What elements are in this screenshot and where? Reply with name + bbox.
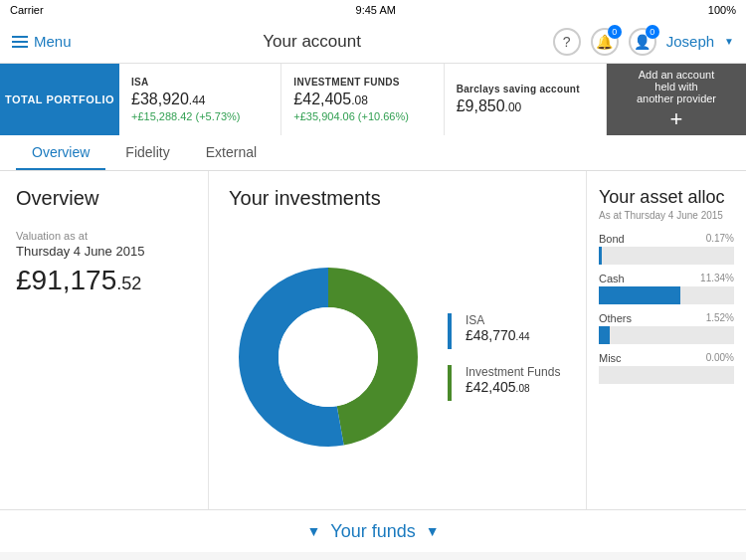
- portfolio-item-isa[interactable]: ISA £38,920.44 +£15,288.42 (+5.73%): [119, 64, 281, 135]
- bond-label: Bond: [599, 233, 625, 245]
- time-label: 9:45 AM: [356, 4, 396, 16]
- tab-fidelity[interactable]: Fidelity: [109, 138, 185, 170]
- your-funds-button[interactable]: ▼ Your funds ▼: [0, 509, 746, 552]
- allocation-item-misc: Misc 0.00%: [599, 352, 734, 384]
- user-name-label[interactable]: Joseph: [666, 33, 714, 50]
- battery-label: 100%: [708, 4, 736, 16]
- allocation-date: As at Thursday 4 June 2015: [599, 210, 734, 221]
- add-account-plus-icon: +: [670, 108, 683, 130]
- overview-heading: Overview: [16, 187, 192, 210]
- investments-panel: Your investments ISA: [209, 171, 587, 509]
- investment-funds-label: INVESTMENT FUNDS: [293, 77, 431, 88]
- investment-funds-legend-bar: [448, 365, 452, 401]
- status-bar: Carrier 9:45 AM 100%: [0, 0, 746, 20]
- add-account-button[interactable]: Add an account held with another provide…: [607, 64, 746, 135]
- allocation-item-others: Others 1.52%: [599, 312, 734, 344]
- svg-point-2: [279, 307, 378, 407]
- cash-label: Cash: [599, 273, 625, 284]
- cash-pct: 11.34%: [700, 273, 734, 286]
- investments-legend: ISA £48,770.44 Investment Funds: [448, 313, 560, 401]
- header: Menu Your account ? 🔔 0 👤 0 Joseph ▼: [0, 20, 746, 64]
- add-account-line1: Add an account: [639, 69, 714, 81]
- chevron-down-icon: ▼: [724, 36, 734, 47]
- investment-funds-legend-label: Investment Funds: [466, 365, 560, 379]
- bond-bar: [599, 247, 734, 265]
- main-content: Overview Valuation as at Thursday 4 June…: [0, 171, 746, 509]
- allocation-panel: Your asset alloc As at Thursday 4 June 2…: [587, 171, 746, 509]
- legend-item-isa: ISA £48,770.44: [448, 313, 560, 349]
- portfolio-item-barclays[interactable]: Barclays saving account £9,850.00: [445, 64, 607, 135]
- cash-bar-fill: [599, 286, 680, 304]
- add-account-line2: held with: [654, 81, 697, 93]
- legend-item-investment-funds: Investment Funds £42,405.08: [448, 365, 560, 401]
- others-bar-fill: [599, 326, 610, 344]
- chevron-left-icon: ▼: [306, 523, 320, 539]
- barclays-value: £9,850.00: [457, 97, 594, 115]
- donut-chart: [229, 258, 428, 457]
- total-valuation: £91,175.52: [16, 265, 192, 296]
- isa-change: +£15,288.42 (+5.73%): [131, 110, 269, 122]
- investments-heading: Your investments: [229, 187, 566, 210]
- others-label: Others: [599, 312, 632, 324]
- isa-legend-value: £48,770.44: [466, 327, 530, 343]
- isa-legend-bar: [448, 313, 452, 349]
- tabs-bar: Overview Fidelity External: [0, 135, 746, 171]
- help-button[interactable]: ?: [553, 28, 581, 56]
- notifications-button[interactable]: 🔔 0: [591, 28, 619, 56]
- valuation-date-label: Thursday 4 June 2015: [16, 244, 192, 259]
- page-title: Your account: [263, 32, 361, 52]
- add-account-line3: another provider: [637, 93, 716, 104]
- investment-funds-legend-value: £42,405.08: [466, 379, 560, 395]
- allocation-heading: Your asset alloc: [599, 187, 734, 208]
- tab-external[interactable]: External: [190, 138, 273, 170]
- isa-value: £38,920.44: [131, 91, 269, 108]
- tab-overview[interactable]: Overview: [16, 138, 105, 170]
- bond-pct: 0.17%: [706, 233, 734, 247]
- investment-funds-value: £42,405.08: [293, 91, 431, 108]
- isa-legend-label: ISA: [466, 313, 530, 327]
- bond-bar-fill: [599, 247, 602, 265]
- menu-button[interactable]: Menu: [12, 33, 72, 50]
- misc-label: Misc: [599, 352, 622, 364]
- header-actions: ? 🔔 0 👤 0 Joseph ▼: [553, 28, 734, 56]
- your-funds-label: Your funds: [330, 521, 415, 542]
- carrier-label: Carrier: [10, 4, 44, 16]
- notification-badge: 0: [608, 25, 622, 39]
- total-portfolio-label: TOTAL PORTFOLIO: [0, 64, 119, 135]
- valuation-as-at-label: Valuation as at: [16, 230, 192, 242]
- allocation-item-cash: Cash 11.34%: [599, 273, 734, 304]
- user-badge: 0: [646, 25, 659, 39]
- investments-body: ISA £48,770.44 Investment Funds: [229, 220, 566, 493]
- portfolio-strip: TOTAL PORTFOLIO ISA £38,920.44 +£15,288.…: [0, 64, 746, 135]
- misc-bar: [599, 366, 734, 384]
- others-pct: 1.52%: [706, 312, 734, 326]
- chevron-right-icon: ▼: [426, 523, 440, 539]
- cash-bar: [599, 286, 734, 304]
- investment-funds-change: +£35,904.06 (+10.66%): [293, 110, 431, 122]
- user-avatar-button[interactable]: 👤 0: [629, 28, 656, 56]
- barclays-label: Barclays saving account: [457, 84, 594, 94]
- portfolio-item-investment-funds[interactable]: INVESTMENT FUNDS £42,405.08 +£35,904.06 …: [281, 64, 444, 135]
- allocation-item-bond: Bond 0.17%: [599, 233, 734, 265]
- hamburger-icon: [12, 36, 28, 48]
- isa-label: ISA: [131, 77, 269, 88]
- others-bar: [599, 326, 734, 344]
- menu-label: Menu: [34, 33, 72, 50]
- overview-panel: Overview Valuation as at Thursday 4 June…: [0, 171, 209, 509]
- misc-pct: 0.00%: [706, 352, 734, 366]
